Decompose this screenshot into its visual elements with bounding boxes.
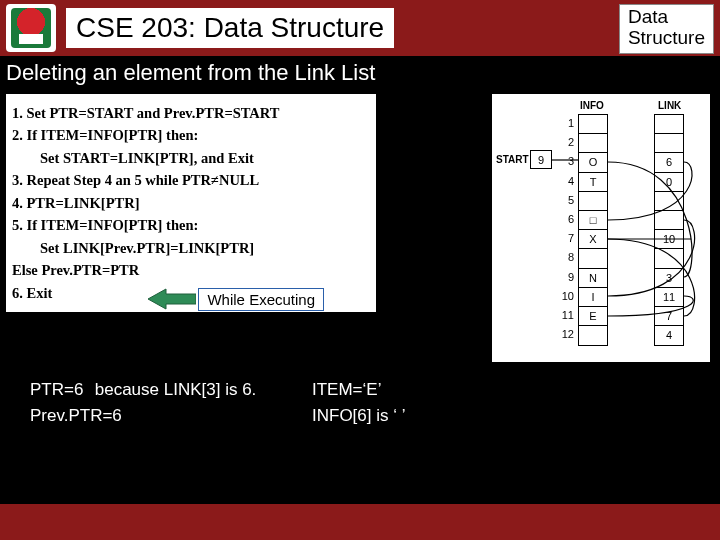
course-title: CSE 203: Data Structure bbox=[66, 8, 394, 48]
while-executing-callout: While Executing bbox=[148, 287, 324, 311]
info-cell bbox=[579, 326, 607, 345]
link-cell: 10 bbox=[655, 230, 683, 249]
linked-list-diagram: INFO LINK START 9 123456789101112 OT□XNI… bbox=[492, 94, 710, 362]
info-column: OT□XNIE bbox=[578, 114, 608, 346]
idx-cell: 3 bbox=[560, 152, 574, 171]
var-info: INFO[6] is ‘ ’ bbox=[312, 406, 406, 426]
institution-logo bbox=[6, 4, 56, 52]
algo-step-2: 2. If ITEM=INFO[PTR] then: bbox=[12, 124, 370, 146]
idx-cell: 5 bbox=[560, 191, 574, 210]
link-cell: 4 bbox=[655, 326, 683, 345]
slide-subtitle: Deleting an element from the Link List bbox=[0, 56, 720, 92]
info-cell bbox=[579, 134, 607, 153]
info-cell: T bbox=[579, 173, 607, 192]
idx-cell: 6 bbox=[560, 210, 574, 229]
var-reason: because LINK[3] is 6. bbox=[95, 380, 257, 400]
label-start: START bbox=[496, 154, 529, 165]
start-value: 9 bbox=[530, 150, 552, 169]
algo-step-1: 1. Set PTR=START and Prev.PTR=START bbox=[12, 102, 370, 124]
info-cell: X bbox=[579, 230, 607, 249]
info-cell: E bbox=[579, 307, 607, 326]
header-bar: CSE 203: Data Structure Data Structure bbox=[0, 0, 720, 56]
idx-cell: 9 bbox=[560, 268, 574, 287]
index-column: 123456789101112 bbox=[560, 114, 574, 344]
idx-cell: 4 bbox=[560, 172, 574, 191]
algo-step-5e: Else Prev.PTR=PTR bbox=[12, 259, 370, 281]
link-column: 601031174 bbox=[654, 114, 684, 346]
algorithm-block: 1. Set PTR=START and Prev.PTR=START 2. I… bbox=[6, 94, 376, 312]
info-cell: O bbox=[579, 153, 607, 172]
link-cell: 0 bbox=[655, 173, 683, 192]
algo-step-5a: Set LINK[Prev.PTR]=LINK[PTR] bbox=[12, 237, 370, 259]
info-cell bbox=[579, 115, 607, 134]
info-cell: N bbox=[579, 269, 607, 288]
info-cell: I bbox=[579, 288, 607, 307]
algo-step-5: 5. If ITEM=INFO[PTR] then: bbox=[12, 214, 370, 236]
info-cell bbox=[579, 192, 607, 211]
idx-cell: 10 bbox=[560, 287, 574, 306]
runtime-variables: PTR=6 because LINK[3] is 6. Prev.PTR=6 I… bbox=[30, 380, 490, 426]
link-cell bbox=[655, 115, 683, 134]
algo-step-3: 3. Repeat Step 4 an 5 while PTR≠NULL bbox=[12, 169, 370, 191]
link-cell bbox=[655, 249, 683, 268]
topic-badge: Data Structure bbox=[619, 4, 714, 54]
var-prevptr: Prev.PTR=6 bbox=[30, 406, 490, 426]
link-cell: 3 bbox=[655, 269, 683, 288]
idx-cell: 8 bbox=[560, 248, 574, 267]
link-cell bbox=[655, 192, 683, 211]
idx-cell: 12 bbox=[560, 325, 574, 344]
arrow-left-icon bbox=[148, 287, 196, 311]
badge-line1: Data bbox=[628, 7, 705, 28]
footer-bar bbox=[0, 504, 720, 540]
idx-cell: 1 bbox=[560, 114, 574, 133]
algo-step-2a: Set START=LINK[PTR], and Exit bbox=[12, 147, 370, 169]
var-ptr: PTR=6 bbox=[30, 380, 90, 400]
info-cell bbox=[579, 249, 607, 268]
var-item: ITEM=‘E’ bbox=[312, 380, 406, 400]
idx-cell: 2 bbox=[560, 133, 574, 152]
idx-cell: 11 bbox=[560, 306, 574, 325]
info-cell: □ bbox=[579, 211, 607, 230]
link-cell bbox=[655, 211, 683, 230]
link-cell bbox=[655, 134, 683, 153]
label-link: LINK bbox=[658, 100, 681, 111]
badge-line2: Structure bbox=[628, 28, 705, 49]
link-cell: 7 bbox=[655, 307, 683, 326]
algo-step-4: 4. PTR=LINK[PTR] bbox=[12, 192, 370, 214]
while-label: While Executing bbox=[198, 288, 324, 311]
link-cell: 6 bbox=[655, 153, 683, 172]
idx-cell: 7 bbox=[560, 229, 574, 248]
label-info: INFO bbox=[580, 100, 604, 111]
link-cell: 11 bbox=[655, 288, 683, 307]
svg-marker-0 bbox=[148, 289, 196, 309]
